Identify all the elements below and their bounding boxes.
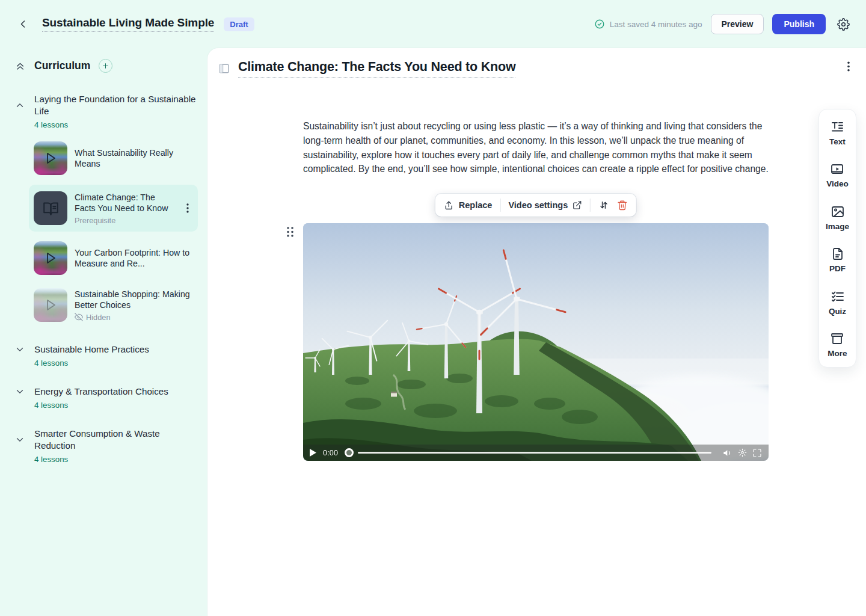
- play-button[interactable]: [310, 449, 316, 457]
- block-label: More: [828, 349, 847, 358]
- lesson-editor-panel: Climate Change: The Facts You Need to Kn…: [207, 48, 866, 616]
- video-thumbnail: [34, 288, 67, 322]
- panel-left-icon: [218, 63, 230, 75]
- curriculum-sidebar: Curriculum Laying the Foundation for a S…: [0, 48, 207, 616]
- section-header[interactable]: Smarter Consumption & Waste Reduction 4 …: [14, 428, 198, 464]
- video-settings-label: Video settings: [508, 200, 568, 210]
- fullscreen-button[interactable]: [752, 448, 762, 458]
- progress-track[interactable]: [358, 452, 711, 454]
- video-thumbnail: [34, 241, 67, 275]
- insert-blocks-panel: Text Video Image PDF Quiz More: [818, 109, 856, 368]
- section-header[interactable]: Laying the Foundation for a Sustainable …: [14, 93, 198, 129]
- last-saved-text: Last saved 4 minutes ago: [610, 20, 702, 29]
- section-title: Smarter Consumption & Waste Reduction: [34, 428, 198, 452]
- plus-icon: [102, 62, 109, 70]
- section-title: Energy & Transportation Choices: [34, 386, 198, 398]
- lesson-title: Sustainable Shopping: Making Better Choi…: [75, 289, 193, 311]
- lesson-title-heading[interactable]: Climate Change: The Facts You Need to Kn…: [238, 60, 515, 78]
- kebab-icon: [847, 61, 850, 72]
- back-button[interactable]: [15, 16, 31, 32]
- collapse-all-button[interactable]: [14, 60, 26, 72]
- block-label: PDF: [829, 264, 846, 273]
- insert-pdf-button[interactable]: PDF: [829, 247, 846, 273]
- toggle-sidebar-button[interactable]: [218, 63, 230, 75]
- section-lesson-count: 4 lessons: [34, 120, 198, 129]
- text-icon: [830, 120, 844, 134]
- insert-image-button[interactable]: Image: [826, 205, 849, 231]
- lesson-options-button[interactable]: [847, 61, 850, 74]
- current-time: 0:00: [323, 449, 338, 457]
- insert-more-button[interactable]: More: [828, 331, 847, 358]
- play-icon: [310, 449, 316, 457]
- publish-button[interactable]: Publish: [772, 14, 826, 34]
- replace-button[interactable]: Replace: [444, 200, 493, 211]
- block-label: Video: [826, 179, 849, 188]
- delete-block-button[interactable]: [617, 200, 628, 211]
- chevron-left-icon: [17, 18, 29, 30]
- lesson-badge: Prerequisite: [75, 216, 175, 225]
- external-link-icon: [573, 200, 582, 210]
- video-player[interactable]: 0:00: [303, 223, 769, 461]
- lesson-title: What Sustainability Really Means: [75, 147, 193, 170]
- book-open-icon: [43, 200, 59, 217]
- insert-video-button[interactable]: Video: [826, 162, 849, 188]
- volume-button[interactable]: [723, 448, 732, 458]
- section-header[interactable]: Sustainable Home Practices 4 lessons: [14, 343, 198, 368]
- lesson-item-sustainable-shopping[interactable]: Sustainable Shopping: Making Better Choi…: [29, 285, 198, 325]
- pdf-file-icon: [831, 247, 845, 261]
- lesson-menu-button[interactable]: [182, 203, 193, 214]
- reading-lesson-icon: [34, 191, 67, 225]
- gear-icon: [837, 18, 850, 31]
- section-header[interactable]: Energy & Transportation Choices 4 lesson…: [14, 386, 198, 410]
- last-saved-status: Last saved 4 minutes ago: [594, 19, 702, 29]
- gear-icon: [738, 448, 747, 457]
- progress-handle[interactable]: [345, 448, 354, 457]
- video-controls-bar: 0:00: [303, 445, 769, 461]
- video-settings-gear-button[interactable]: [738, 448, 747, 457]
- trash-icon: [617, 200, 628, 211]
- section-title: Sustainable Home Practices: [34, 343, 198, 356]
- insert-quiz-button[interactable]: Quiz: [829, 289, 846, 316]
- video-frame-wind-turbines: [303, 223, 769, 461]
- lesson-intro-paragraph[interactable]: Sustainability isn’t just about recyclin…: [303, 119, 772, 176]
- chevron-down-icon: [14, 434, 25, 445]
- section-smarter-consumption: Smarter Consumption & Waste Reduction 4 …: [14, 428, 198, 464]
- block-drag-handle[interactable]: [286, 226, 294, 240]
- drag-dots-icon: [286, 226, 294, 238]
- lesson-item-carbon-footprint[interactable]: Your Carbon Footprint: How to Measure an…: [29, 238, 198, 279]
- settings-button[interactable]: [835, 16, 851, 32]
- lesson-title: Climate Change: The Facts You Need to Kn…: [75, 192, 175, 214]
- section-title: Laying the Foundation for a Sustainable …: [34, 93, 198, 117]
- section-laying-the-foundation: Laying the Foundation for a Sustainable …: [14, 93, 198, 325]
- lesson-item-climate-change[interactable]: Climate Change: The Facts You Need to Kn…: [29, 185, 198, 232]
- video-thumbnail: [34, 141, 67, 175]
- course-title[interactable]: Sustainable Living Made Simple: [42, 16, 214, 32]
- image-icon: [831, 205, 845, 219]
- block-label: Image: [826, 222, 849, 231]
- divider: [500, 199, 500, 212]
- reorder-block-button[interactable]: [598, 200, 609, 211]
- preview-button[interactable]: Preview: [711, 14, 764, 34]
- add-section-button[interactable]: [99, 59, 112, 73]
- status-badge: Draft: [224, 17, 254, 31]
- block-label: Text: [829, 137, 846, 146]
- video-icon: [830, 162, 844, 176]
- lesson-title: Your Carbon Footprint: How to Measure an…: [75, 247, 193, 270]
- topbar: Sustainable Living Made Simple Draft Las…: [0, 0, 866, 48]
- section-lesson-count: 4 lessons: [34, 401, 198, 410]
- lesson-item-what-sustainability[interactable]: What Sustainability Really Means: [29, 138, 198, 179]
- section-lesson-count: 4 lessons: [34, 455, 198, 464]
- chevrons-up-icon: [14, 60, 26, 72]
- section-sustainable-home: Sustainable Home Practices 4 lessons: [14, 343, 198, 368]
- lesson-badge: Hidden: [86, 313, 111, 322]
- block-label: Quiz: [829, 307, 846, 316]
- video-block-toolbar: Replace Video settings: [435, 194, 636, 217]
- insert-text-button[interactable]: Text: [829, 120, 846, 146]
- video-settings-button[interactable]: Video settings: [508, 200, 582, 210]
- section-energy-transportation: Energy & Transportation Choices 4 lesson…: [14, 386, 198, 410]
- divider: [590, 199, 591, 212]
- play-icon: [43, 150, 58, 166]
- upload-icon: [444, 200, 454, 211]
- replace-label: Replace: [459, 200, 493, 210]
- kebab-icon: [186, 203, 189, 213]
